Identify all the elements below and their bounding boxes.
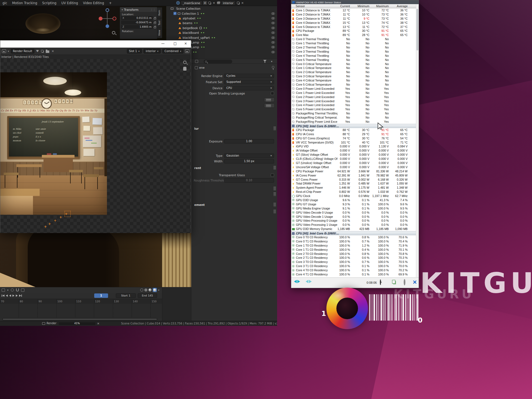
sensor-row[interactable]: CPU IA Cores88 °C29 °C91 °C65 °C — [291, 132, 416, 136]
sensor-row[interactable]: Core 0 Power Limit ExceededYesNoYes — [291, 87, 416, 91]
report-button[interactable] — [392, 280, 395, 284]
sensor-row[interactable]: GPU Video Processing 0 Usage0.0 %0.0 %0.… — [291, 219, 416, 223]
grip-icon[interactable] — [273, 127, 276, 130]
options-icon[interactable]: ▾ — [271, 60, 272, 63]
close-button[interactable]: × — [181, 42, 190, 45]
sensor-row[interactable]: GT (Unslice) Voltage Offset0.000 V0.000 … — [291, 161, 416, 165]
new-scene-icon[interactable] — [208, 2, 211, 4]
unlink-scene-icon[interactable]: × — [212, 1, 216, 5]
sensor-row[interactable]: Core 5 Power Limit ExceededYesNoYes — [291, 107, 416, 111]
sensor-row[interactable]: Core 3 Distance to TJMAX11 °C9 °C73 °C36… — [291, 17, 416, 21]
sensor-row[interactable]: Total DRAM Power1.251 W0.485 W1.637 W1.0… — [291, 181, 416, 186]
sensor-row[interactable]: Core 1 Distance to TJMAX12 °C10 °C72 °C3… — [291, 8, 416, 12]
pass-dropdown[interactable]: Combined▾ — [162, 49, 183, 53]
snap-magnet-icon[interactable] — [16, 288, 19, 291]
sensor-row[interactable]: Core 2 Thermal ThrottlingNoNoNo — [291, 45, 416, 50]
sensor-row[interactable]: GPU Video Processing 1 Usage0.0 %0.0 %0.… — [291, 223, 416, 227]
image-selector[interactable]: Render Result — [11, 49, 35, 53]
scene-selector[interactable]: _mainScene — [181, 1, 202, 5]
open-image-icon[interactable] — [46, 50, 49, 53]
timeline-ruler[interactable]: 708090100110120130140150 — [0, 299, 162, 304]
location-input[interactable]: -0.004475 m — [121, 21, 153, 24]
sensor-row[interactable]: GPU D3D Usage9.6 %0.1 %41.3 %7.4 % — [291, 198, 416, 202]
scrollbar-thumb[interactable] — [416, 9, 418, 50]
minimize-button[interactable]: — — [159, 42, 167, 45]
list-button[interactable] — [264, 103, 275, 108]
editor-type-icon[interactable] — [2, 49, 6, 53]
lock-icon[interactable] — [154, 18, 156, 19]
navigation-gizmo[interactable] — [98, 8, 117, 31]
sensor-row[interactable]: Core 1 Power Limit ExceededYesNoYes — [291, 91, 416, 95]
list-button[interactable] — [264, 98, 275, 102]
slot-dropdown[interactable]: Slot 1▾ — [127, 49, 142, 53]
render-engine-dropdown[interactable]: Cycles▾ — [224, 74, 274, 78]
sensor-row[interactable]: Package/Ring Power Limit Exce...YesNoYes — [291, 120, 416, 124]
gizmo-y-axis[interactable] — [106, 24, 109, 28]
sidebar-tab[interactable]: Item — [157, 7, 162, 18]
visibility-eye-icon[interactable] — [271, 51, 275, 53]
workspace-tab[interactable]: Video Editing — [81, 0, 107, 6]
sensor-row[interactable]: Core 0 Critical TemperatureNoNoNo — [291, 62, 416, 66]
close-sensors-button[interactable]: ✕ — [413, 279, 417, 285]
clock-icon[interactable] — [380, 279, 381, 285]
sensor-row[interactable]: Rest-of-Chip Power0.802 W0.576 W1.033 W0… — [291, 190, 416, 194]
play-reverse-button[interactable] — [9, 295, 11, 297]
proportional-edit-icon[interactable] — [21, 288, 24, 292]
render-canvas[interactable]: 12345 678910 Cc Dd Ee Ff Gg Hh Ii Jj Kk … — [0, 59, 191, 233]
sensor-row[interactable]: Core 0 Thermal ThrottlingNoNoNo — [291, 37, 416, 41]
gizmo-x-axis[interactable] — [99, 17, 103, 21]
sensor-row[interactable]: Core 4 Power Limit ExceededYesNoYes — [291, 103, 416, 107]
sensor-row[interactable]: Core 0 T1 C0 Residency100.0 %0.7 %100.0 … — [291, 239, 416, 244]
outliner-item[interactable]: ✓Collection 1 — [166, 11, 277, 16]
drag-dots-icon[interactable]: ⋮⋮ — [150, 8, 155, 11]
sensor-row[interactable]: iGPU VID0.000 V0.000 V1.130 V0.084 V — [291, 144, 416, 149]
sensor-row[interactable]: CPU Package89 °C30 °C91 °C65 °C — [291, 29, 416, 33]
sensor-row[interactable]: GPU Video Decode 0 Usage0.0 %0.0 %0.0 %0… — [291, 211, 416, 215]
sensor-row[interactable]: GPU Clock0.0 MHz0.0 MHz1,197.1 MHz62.7 M… — [291, 194, 416, 198]
sensor-row[interactable]: Core 0 T0 C0 Residency100.0 %0.8 %100.0 … — [291, 235, 416, 239]
visibility-eye-icon[interactable] — [271, 46, 275, 48]
fake-user-icon[interactable]: ♥ — [36, 49, 39, 53]
viewport-zoom-icon[interactable] — [112, 31, 115, 34]
lock-icon[interactable] — [154, 22, 156, 24]
unlink-image-icon[interactable]: × — [51, 49, 55, 53]
sensor-row[interactable]: GT Cores Power0.315 W0.002 W6.168 W0.326… — [291, 178, 416, 182]
sensor-row[interactable]: Core 2 Distance to TJMAX11 °C10 °C73 °C3… — [291, 12, 416, 17]
grip-icon[interactable] — [273, 166, 276, 170]
outliner-item[interactable]: blackBoard — [166, 30, 277, 35]
sensor-row[interactable]: Core 2 T0 C0 Residency100.0 %0.8 %100.0 … — [291, 252, 416, 256]
visibility-eye-icon[interactable] — [271, 27, 275, 29]
display-mode-icon[interactable] — [195, 60, 198, 63]
sensor-row[interactable]: CPU Package88 °C30 °C91 °C65 °C — [291, 128, 416, 132]
maximize-button[interactable]: □ — [171, 42, 179, 45]
visibility-eye-icon[interactable] — [271, 12, 275, 15]
visibility-eye-icon[interactable] — [271, 32, 275, 34]
pin-icon[interactable] — [272, 66, 274, 68]
visibility-eye-icon[interactable] — [271, 37, 275, 39]
osl-checkbox[interactable] — [271, 92, 274, 95]
transparent-glass-checkbox[interactable] — [271, 173, 274, 177]
sensor-row[interactable]: GPU Media Engine Usage9.1 %0.1 %100.0 %9… — [291, 206, 416, 211]
workspace-tab[interactable]: gic — [0, 0, 10, 6]
sensor-row[interactable]: Core 5 Thermal ThrottlingNoNoNo — [291, 58, 416, 62]
roughness-slider[interactable]: 0.10 — [224, 178, 274, 183]
grip-icon[interactable] — [273, 192, 276, 196]
collapse-arrow-icon[interactable]: ▾ — [122, 8, 123, 11]
sensor-group-header[interactable]: CPU [#0]: Intel Core i5-10600:... — [291, 231, 416, 235]
gizmo-z-axis[interactable] — [106, 8, 109, 12]
cancel-render-button[interactable]: × — [97, 322, 99, 325]
sensor-row[interactable]: Package/Ring Thermal ThrottlingNoNoNo — [291, 111, 416, 116]
viewport-camera-view[interactable] — [0, 233, 191, 287]
location-input[interactable]: Z 1.6905 m — [121, 25, 153, 29]
remove-layer-icon[interactable]: × — [241, 1, 244, 5]
column-average[interactable]: Average — [390, 4, 408, 8]
scrollbar[interactable] — [416, 4, 418, 278]
sensor-row[interactable]: Core 1 T0 C0 Residency100.0 %1.2 %100.0 … — [291, 244, 416, 248]
sensor-row[interactable]: Core 5 Critical TemperatureNoNoNo — [291, 83, 416, 87]
sensor-row[interactable]: Core 5 Distance to TJMAX13 °C11 °C72 °C3… — [291, 25, 416, 29]
solid-shading-icon[interactable] — [144, 288, 147, 291]
editor-type-icon[interactable] — [2, 288, 5, 292]
sensor-row[interactable]: GPU GT Usage9.3 %0.1 %100.0 %9.6 % — [291, 202, 416, 206]
workspace-tab[interactable]: + — [106, 0, 114, 6]
visibility-eye-icon[interactable] — [271, 17, 275, 19]
